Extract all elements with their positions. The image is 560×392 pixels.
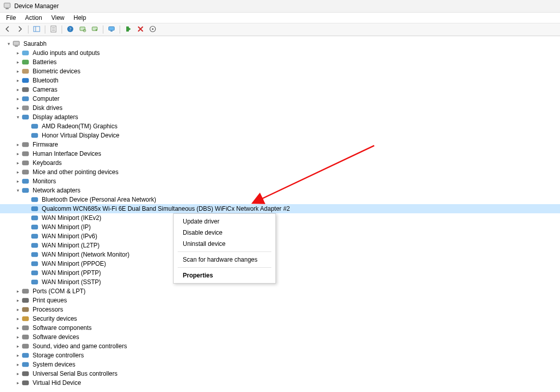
tree-category-sound[interactable]: ▸Sound, video and game controllers [0, 342, 560, 351]
tree-device-wanip[interactable]: WAN Miniport (IP) [0, 222, 560, 232]
update-driver-button[interactable] [89, 24, 100, 35]
chevron-right-icon[interactable]: ▸ [14, 315, 21, 322]
svg-rect-38 [32, 133, 38, 137]
help-button[interactable]: ? [65, 24, 76, 35]
device-category-icon [21, 150, 30, 158]
tree-category-label: Disk drives [32, 103, 64, 113]
tree-category-vhid[interactable]: ▸Virtual Hid Device [0, 378, 560, 387]
tree-device-wifi[interactable]: Qualcomm WCN685x Wi-Fi 6E Dual Band Simu… [0, 204, 560, 213]
chevron-right-icon[interactable]: ▸ [14, 68, 21, 75]
nav-forward-button[interactable] [14, 24, 25, 35]
device-icon [31, 269, 39, 277]
tree-category-monitors[interactable]: ▸Monitors [0, 177, 560, 186]
chevron-right-icon[interactable]: ▸ [14, 370, 21, 377]
tree-device-honor[interactable]: Honor Virtual Display Device [0, 131, 560, 140]
tree-category-label: Keyboards [32, 158, 63, 167]
tree-device-radeon[interactable]: AMD Radeon(TM) Graphics [0, 122, 560, 131]
chevron-right-icon[interactable]: ▸ [14, 95, 21, 102]
device-tree[interactable]: ▾ Saurabh ▸Audio inputs and outputs▸Batt… [0, 36, 560, 392]
tree-category-cameras[interactable]: ▸Cameras [0, 85, 560, 94]
chevron-right-icon[interactable]: ▸ [14, 343, 21, 350]
chevron-right-icon[interactable]: ▸ [14, 141, 21, 148]
tree-device-wanl2tp[interactable]: WAN Miniport (L2TP) [0, 241, 560, 250]
chevron-right-icon[interactable]: ▸ [14, 159, 21, 166]
cm-uninstall-device[interactable]: Uninstall device [174, 238, 275, 249]
tree-category-bluetooth[interactable]: ▸Bluetooth [0, 76, 560, 85]
tree-device-wanppoe[interactable]: WAN Miniport (PPPOE) [0, 259, 560, 268]
chevron-right-icon[interactable]: ▸ [14, 306, 21, 313]
properties-button[interactable] [48, 24, 59, 35]
chevron-right-icon[interactable]: ▸ [14, 178, 21, 185]
chevron-right-icon[interactable]: ▸ [14, 77, 21, 84]
menu-help[interactable]: Help [70, 13, 91, 22]
tree-root[interactable]: ▾ Saurabh [0, 39, 560, 48]
tree-category-cpu[interactable]: ▸Processors [0, 305, 560, 314]
tree-category-disk[interactable]: ▸Disk drives [0, 103, 560, 113]
chevron-right-icon[interactable]: ▸ [14, 333, 21, 341]
tree-category-mice[interactable]: ▸Mice and other pointing devices [0, 167, 560, 177]
uninstall-device-button[interactable] [135, 24, 146, 35]
tree-device-label: Honor Virtual Display Device [41, 131, 121, 140]
chevron-right-icon[interactable]: ▸ [14, 361, 21, 368]
tree-category-display[interactable]: ▾Display adapters [0, 113, 560, 122]
tree-device-wannm[interactable]: WAN Miniport (Network Monitor) [0, 250, 560, 259]
tree-category-security[interactable]: ▸Security devices [0, 314, 560, 323]
enable-device-button[interactable] [123, 24, 134, 35]
tree-category-storage[interactable]: ▸Storage controllers [0, 351, 560, 360]
tree-category-batteries[interactable]: ▸Batteries [0, 58, 560, 67]
svg-rect-86 [22, 353, 29, 357]
tree-leaf-spacer [23, 214, 31, 221]
tree-device-label: WAN Miniport (IP) [41, 222, 92, 232]
chevron-down-icon[interactable]: ▾ [14, 187, 21, 194]
tree-category-biometric[interactable]: ▸Biometric devices [0, 67, 560, 76]
chevron-right-icon[interactable]: ▸ [14, 104, 21, 111]
chevron-right-icon[interactable]: ▸ [14, 352, 21, 359]
tree-device-wanike[interactable]: WAN Miniport (IKEv2) [0, 213, 560, 222]
tree-category-keyboards[interactable]: ▸Keyboards [0, 158, 560, 167]
tree-category-printq[interactable]: ▸Print queues [0, 296, 560, 305]
context-menu: Update driver Disable device Uninstall d… [173, 213, 276, 284]
chevron-down-icon[interactable]: ▾ [5, 40, 12, 47]
chevron-right-icon[interactable]: ▸ [14, 150, 21, 157]
delete-icon [137, 25, 144, 34]
chevron-right-icon[interactable]: ▸ [14, 379, 21, 386]
cm-properties[interactable]: Properties [174, 270, 275, 281]
chevron-right-icon[interactable]: ▸ [14, 169, 21, 176]
tree-category-hid[interactable]: ▸Human Interface Devices [0, 149, 560, 158]
cm-disable-device[interactable]: Disable device [174, 227, 275, 238]
tree-category-label: Virtual Hid Device [32, 378, 82, 387]
tree-category-swcomp[interactable]: ▸Software components [0, 323, 560, 332]
chevron-right-icon[interactable]: ▸ [14, 86, 21, 93]
remote-computer-button[interactable] [106, 24, 117, 35]
chevron-right-icon[interactable]: ▸ [14, 297, 21, 304]
tree-category-firmware[interactable]: ▸Firmware [0, 140, 560, 149]
tree-device-btpan[interactable]: Bluetooth Device (Personal Area Network) [0, 195, 560, 204]
nav-back-button[interactable] [2, 24, 13, 35]
tree-device-wanpptp[interactable]: WAN Miniport (PPTP) [0, 268, 560, 277]
scan-hardware-button[interactable] [77, 24, 88, 35]
menu-file[interactable]: File [2, 13, 20, 22]
show-hide-console-button[interactable] [31, 24, 42, 35]
tree-category-swdev[interactable]: ▸Software devices [0, 332, 560, 342]
add-legacy-hardware-button[interactable] [147, 24, 158, 35]
device-category-icon [21, 287, 30, 295]
cm-scan-hardware[interactable]: Scan for hardware changes [174, 254, 275, 265]
tree-category-system[interactable]: ▸System devices [0, 360, 560, 369]
tree-category-ports[interactable]: ▸Ports (COM & LPT) [0, 287, 560, 296]
tree-device-wanipv6[interactable]: WAN Miniport (IPv6) [0, 232, 560, 241]
menu-view[interactable]: View [47, 13, 69, 22]
tree-category-usb[interactable]: ▸Universal Serial Bus controllers [0, 369, 560, 378]
svg-rect-28 [22, 88, 29, 92]
tree-leaf-spacer [23, 223, 31, 231]
tree-category-audio[interactable]: ▸Audio inputs and outputs [0, 48, 560, 58]
tree-device-wansstp[interactable]: WAN Miniport (SSTP) [0, 277, 560, 287]
chevron-right-icon[interactable]: ▸ [14, 59, 21, 66]
cm-update-driver[interactable]: Update driver [174, 216, 275, 227]
tree-category-network[interactable]: ▾Network adapters [0, 186, 560, 195]
chevron-down-icon[interactable]: ▾ [14, 114, 21, 121]
chevron-right-icon[interactable]: ▸ [14, 288, 21, 295]
menu-action[interactable]: Action [21, 13, 46, 22]
tree-category-computer[interactable]: ▸Computer [0, 94, 560, 103]
chevron-right-icon[interactable]: ▸ [14, 49, 21, 57]
chevron-right-icon[interactable]: ▸ [14, 324, 21, 331]
